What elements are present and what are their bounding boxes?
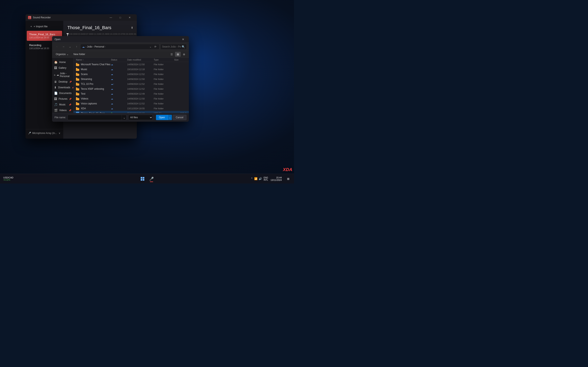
- close-button[interactable]: ✕: [125, 14, 134, 21]
- mark-4: 00:15.38: [99, 33, 107, 35]
- chevron-up-icon[interactable]: ⌃: [251, 177, 253, 180]
- address-bar[interactable]: ☁ › João - Personal › ⌄ ⟳: [80, 44, 159, 50]
- file-name-cell: XDA: [76, 107, 111, 110]
- nav-home[interactable]: 🏠 Home: [52, 59, 73, 65]
- file-row[interactable]: TCL 10 Pro ☁↑ 14/09/2024 12:52 File fold…: [73, 82, 189, 86]
- mic-label: Microphone Array (In...: [32, 132, 57, 134]
- minimize-button[interactable]: —: [106, 14, 116, 21]
- status-cell: ☁: [111, 92, 127, 95]
- stock-change: +0.32%: [3, 179, 13, 181]
- network-icon[interactable]: 📶: [254, 177, 258, 180]
- dialog-footer: File name: ⌄ All files Open ⌄ Cancel: [52, 113, 189, 122]
- file-name-dropdown[interactable]: ⌄: [122, 115, 127, 120]
- window-controls: — □ ✕: [106, 14, 134, 21]
- taskbar-left: USD/CAD +0.32%: [0, 175, 15, 182]
- path-personal[interactable]: João - Personal: [87, 45, 104, 48]
- file-row[interactable]: Videos ☁ 14/09/2024 12:50 File folder: [73, 96, 189, 101]
- details-view-button[interactable]: ⊞: [175, 52, 181, 57]
- nav-pictures[interactable]: 🖼 Pictures 📌: [52, 96, 73, 102]
- windows-logo: [141, 177, 144, 181]
- file-type-wrap: All files: [128, 115, 153, 120]
- back-button[interactable]: ←: [54, 44, 60, 50]
- nav-pictures-label: Pictures: [59, 98, 67, 100]
- taskbar-sound-recorder[interactable]: 🎤: [147, 175, 156, 183]
- maximize-button[interactable]: □: [116, 14, 125, 21]
- open-dropdown-button[interactable]: ⌄: [168, 115, 172, 120]
- forward-button[interactable]: →: [61, 44, 66, 50]
- status-cell: ☁: [111, 98, 127, 100]
- file-type-select[interactable]: All files: [128, 115, 153, 120]
- col-status[interactable]: Status: [111, 58, 127, 61]
- nav-personal-label: João - Personal: [60, 72, 71, 78]
- cloud-status-icon: ☁: [111, 102, 113, 105]
- file-row[interactable]: Microsoft Teams Chat Files ☁ 14/09/2024 …: [73, 62, 189, 67]
- file-date: 14/09/2024 12:52: [127, 73, 154, 75]
- cloud-status-icon: ☁: [111, 68, 113, 71]
- file-name: Microsoft Teams Chat Files: [81, 63, 111, 66]
- file-row[interactable]: Voice captures ☁ 14/09/2024 12:52 File f…: [73, 101, 189, 106]
- refresh-button[interactable]: ⟳: [153, 44, 158, 49]
- nav-gallery[interactable]: 🖼 Gallery: [52, 65, 73, 71]
- file-row[interactable]: Test ☁ 14/09/2024 12:49 File folder: [73, 91, 189, 96]
- start-button[interactable]: [138, 175, 147, 183]
- app-icon: 🎤: [28, 16, 31, 19]
- cloud-status-icon: ☁: [111, 73, 113, 76]
- mark-7: 00:26.92: [123, 33, 131, 35]
- folder-icon: [76, 73, 79, 76]
- cloud-upload-icon: ☁↑: [111, 83, 114, 85]
- expand-arrow-icon: ▶: [54, 74, 56, 76]
- share-button[interactable]: ⬆: [129, 24, 136, 31]
- file-row[interactable]: Scans ☁ 14/09/2024 12:52 File folder: [73, 72, 189, 77]
- file-row[interactable]: Music ☁ 19/10/2024 12:18 File folder: [73, 67, 189, 72]
- search-box[interactable]: 🔍: [160, 44, 187, 50]
- nav-videos[interactable]: 🎬 Videos 📌: [52, 108, 73, 113]
- nav-desktop[interactable]: 🖥 Desktop 📌: [52, 79, 73, 85]
- nav-personal[interactable]: ▶ ☁ João - Personal: [52, 71, 73, 79]
- stock-ticker[interactable]: USD/CAD +0.32%: [2, 175, 15, 182]
- nav-downloads[interactable]: ⬇ Downloads 📌: [52, 85, 73, 90]
- file-name: Scans: [81, 73, 87, 76]
- sidebar-bottom: 🎤 Microphone Array (In... ∨: [26, 129, 63, 137]
- cancel-button[interactable]: Cancel: [173, 115, 186, 120]
- open-button[interactable]: Open: [156, 115, 168, 120]
- mark-6: 00:23.07: [115, 33, 123, 35]
- desktop-icon: 🖥: [54, 80, 57, 83]
- list-view-button[interactable]: ☰: [169, 52, 174, 57]
- expand-button[interactable]: ⌄: [67, 44, 73, 50]
- file-row[interactable]: Streaming ☁ 14/09/2024 12:50 File folder: [73, 77, 189, 82]
- mark-5: 00:19.22: [107, 33, 115, 35]
- speaker-icon[interactable]: 🔊: [259, 177, 262, 180]
- organize-button[interactable]: Organize ⌄: [54, 52, 70, 57]
- address-dropdown[interactable]: ⌄: [148, 44, 153, 49]
- nav-gallery-label: Gallery: [59, 67, 66, 69]
- dialog-close-button[interactable]: ✕: [180, 36, 186, 43]
- col-size[interactable]: Size: [174, 58, 186, 61]
- import-file-button[interactable]: + + Import file: [27, 23, 62, 30]
- col-date[interactable]: Date modified: [127, 58, 154, 61]
- new-folder-button[interactable]: New folder: [72, 52, 87, 57]
- nav-music[interactable]: 🎵 Music 📌: [52, 102, 73, 108]
- file-name-input[interactable]: [68, 115, 127, 120]
- videos-icon: 🎬: [54, 109, 58, 112]
- more-options-button[interactable]: ···: [137, 24, 137, 31]
- clock-time: 15:44: [276, 176, 282, 179]
- pin-icon-pictures: 📌: [69, 98, 71, 100]
- file-name: Music: [81, 68, 87, 71]
- nav-documents[interactable]: 📄 Documents 📌: [52, 90, 73, 96]
- search-input[interactable]: [162, 45, 181, 48]
- pictures-icon: 🖼: [54, 97, 57, 100]
- file-date: 14/09/2024 12:52: [127, 102, 154, 105]
- up-button[interactable]: ↑: [74, 44, 79, 50]
- language-indicator[interactable]: ENG INTL: [264, 176, 268, 181]
- file-row[interactable]: Tecra X50F unboxing ☁ 14/09/2024 12:52 F…: [73, 86, 189, 91]
- file-row[interactable]: XDA ☁ 13/11/2024 18:55 File folder: [73, 106, 189, 111]
- taskbar-clock[interactable]: 15:44 13/11/2024: [270, 176, 283, 182]
- file-row[interactable]: ♪ Those_Final_16_Bars 25/08/2017 20:03 M…: [73, 111, 189, 113]
- notification-button[interactable]: ⊞: [284, 175, 292, 183]
- view-options-button[interactable]: ⊕: [181, 52, 187, 57]
- mic-selector[interactable]: 🎤 Microphone Array (In... ∨: [28, 131, 61, 135]
- col-name[interactable]: Name ↑: [76, 58, 111, 61]
- dialog-nav: 🏠 Home 🖼 Gallery ▶ ☁ João - Personal 🖥 D…: [52, 58, 73, 113]
- file-name-cell: Scans: [76, 73, 111, 76]
- col-type[interactable]: Type: [154, 58, 174, 61]
